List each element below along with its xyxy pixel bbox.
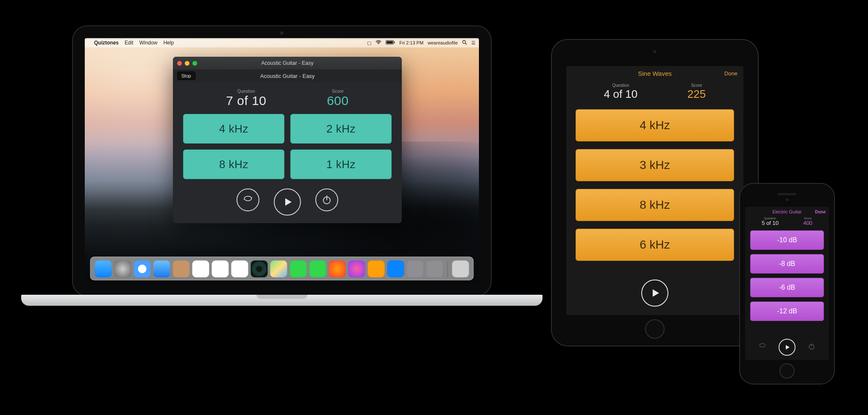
- dock-separator: [448, 261, 448, 277]
- answer-button[interactable]: -8 dB: [750, 254, 824, 274]
- dock-messages-icon[interactable]: [290, 260, 307, 277]
- answer-button[interactable]: 2 kHz: [290, 114, 392, 144]
- svg-line-5: [465, 43, 467, 44]
- menubar-item-edit[interactable]: Edit: [125, 40, 134, 46]
- app-window: Acoustic Guitar - Easy Stop Acoustic Gui…: [173, 57, 402, 223]
- play-button[interactable]: [779, 339, 796, 356]
- macbook-device: Quiztones Edit Window Help ▢ Fri 2:13 PM: [72, 25, 492, 313]
- dock-preferences-icon[interactable]: [407, 260, 424, 277]
- answer-grid: 4 kHz 2 kHz 8 kHz 1 kHz: [179, 114, 396, 179]
- answer-button[interactable]: -10 dB: [750, 230, 824, 250]
- svg-point-4: [463, 41, 466, 44]
- repeat-button[interactable]: [758, 342, 767, 352]
- macos-dock: [90, 257, 474, 280]
- score-block: Score 600: [327, 89, 349, 108]
- camera-icon: [280, 31, 284, 35]
- dock-itunes-icon[interactable]: [348, 260, 365, 277]
- spotlight-icon[interactable]: [462, 40, 467, 46]
- done-button[interactable]: Done: [724, 70, 737, 77]
- speaker-icon: [778, 193, 796, 195]
- power-icon: [321, 194, 332, 205]
- answer-button[interactable]: 4 kHz: [183, 114, 284, 144]
- wifi-icon[interactable]: [376, 40, 381, 45]
- battery-icon[interactable]: [386, 40, 395, 45]
- stage: Quiztones Edit Window Help ▢ Fri 2:13 PM: [0, 0, 868, 415]
- menubar-item-help[interactable]: Help: [163, 40, 174, 46]
- camera-icon: [786, 198, 789, 201]
- question-label: Question: [604, 83, 638, 88]
- score-block: Score 400: [803, 217, 812, 226]
- macbook-screen: Quiztones Edit Window Help ▢ Fri 2:13 PM: [85, 38, 479, 284]
- dock-reminders-icon[interactable]: [231, 260, 248, 277]
- dock-app-icon[interactable]: [426, 260, 443, 277]
- home-button[interactable]: [645, 319, 665, 339]
- dock-quiztones-icon[interactable]: [251, 260, 268, 277]
- dock-trash-icon[interactable]: [452, 260, 469, 277]
- question-block: Question 4 of 10: [604, 83, 638, 101]
- answer-button[interactable]: 6 kHz: [576, 229, 734, 261]
- quiz-title: Electric Guitar: [772, 209, 801, 214]
- score-label: Score: [803, 217, 812, 220]
- repeat-button[interactable]: [236, 188, 259, 211]
- window-title: Acoustic Guitar - Easy: [173, 60, 402, 66]
- stats-row: Question 4 of 10 Score 225: [566, 80, 743, 107]
- answer-button[interactable]: -6 dB: [750, 278, 824, 297]
- stats-row: Question 5 of 10 Score 400: [745, 217, 829, 229]
- answer-button[interactable]: -12 dB: [750, 302, 824, 321]
- menubar-app-name[interactable]: Quiztones: [94, 40, 119, 46]
- iphone-device: Electric Guitar Done Question 5 of 10 Sc…: [739, 183, 835, 385]
- answer-button[interactable]: 4 kHz: [576, 109, 734, 141]
- play-button[interactable]: [641, 279, 668, 307]
- svg-rect-2: [387, 41, 393, 44]
- question-block: Question 5 of 10: [762, 217, 779, 226]
- answer-button[interactable]: 8 kHz: [576, 189, 734, 221]
- answer-list: 4 kHz 3 kHz 8 kHz 6 kHz: [566, 107, 743, 272]
- stats-row: Question 7 of 10 Score 600: [179, 86, 396, 114]
- done-button[interactable]: Done: [815, 210, 826, 214]
- dock-finder-icon[interactable]: [95, 260, 112, 277]
- play-button[interactable]: [274, 188, 301, 216]
- power-icon: [807, 342, 816, 351]
- app-toolbar: Stop Acoustic Guitar - Easy: [173, 69, 402, 82]
- question-value: 5 of 10: [762, 220, 779, 226]
- question-value: 7 of 10: [226, 94, 266, 108]
- ipad-screen: Sine Waves Done Question 4 of 10 Score 2…: [566, 66, 743, 315]
- score-label: Score: [687, 83, 706, 88]
- dock-calendar-icon[interactable]: [192, 260, 209, 277]
- dock-contacts-icon[interactable]: [173, 260, 190, 277]
- question-label: Question: [762, 217, 779, 220]
- menubar-clock[interactable]: Fri 2:13 PM: [399, 40, 423, 45]
- quiz-title: Acoustic Guitar - Easy: [195, 73, 380, 79]
- answer-button[interactable]: 8 kHz: [183, 149, 284, 179]
- app-body: Question 7 of 10 Score 600 4 kHz 2 kHz: [173, 82, 402, 223]
- dock-facetime-icon[interactable]: [309, 260, 326, 277]
- menubar-user[interactable]: weareaudiofile: [428, 40, 458, 45]
- window-titlebar[interactable]: Acoustic Guitar - Easy: [173, 57, 402, 69]
- score-value: 600: [327, 94, 349, 108]
- score-value: 400: [803, 220, 812, 226]
- dock-photobooth-icon[interactable]: [329, 260, 346, 277]
- dock-maps-icon[interactable]: [270, 260, 287, 277]
- menubar-item-window[interactable]: Window: [139, 40, 158, 46]
- score-label: Score: [327, 89, 349, 94]
- camera-icon: [653, 50, 657, 53]
- home-button[interactable]: [779, 363, 795, 379]
- dock-mail-icon[interactable]: [153, 260, 170, 277]
- airplay-icon[interactable]: ▢: [367, 40, 371, 46]
- question-label: Question: [226, 89, 266, 94]
- dock-launchpad-icon[interactable]: [114, 260, 131, 277]
- dock-notes-icon[interactable]: [212, 260, 229, 277]
- dock-appstore-icon[interactable]: [387, 260, 404, 277]
- dock-ibooks-icon[interactable]: [368, 260, 385, 277]
- repeat-icon: [242, 194, 253, 205]
- iphone-header: Electric Guitar Done: [745, 207, 829, 217]
- answer-button[interactable]: 1 kHz: [290, 149, 392, 179]
- power-button[interactable]: [315, 188, 338, 211]
- notification-center-icon[interactable]: ☰: [471, 40, 476, 46]
- answer-button[interactable]: 3 kHz: [576, 149, 734, 181]
- dock-safari-icon[interactable]: [134, 260, 151, 277]
- stop-button[interactable]: Stop: [177, 72, 195, 80]
- quiz-title: Sine Waves: [638, 70, 671, 77]
- power-button[interactable]: [807, 342, 816, 352]
- repeat-icon: [758, 342, 767, 351]
